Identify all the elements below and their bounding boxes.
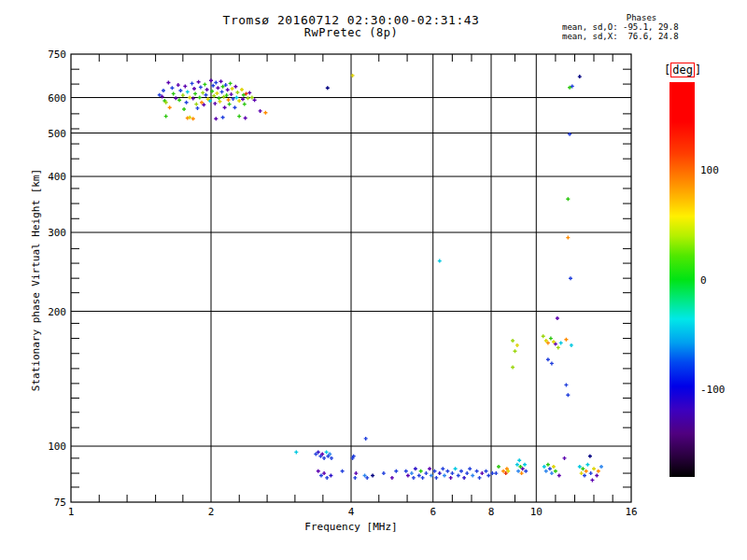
data-points-o <box>168 98 600 475</box>
y-tick-label: 500 <box>48 128 66 140</box>
data-points-y <box>188 74 596 475</box>
x-tick-label: 16 <box>625 506 637 518</box>
x-tick-label: 2 <box>208 506 215 518</box>
x-axis-title: Frequency [MHz] <box>71 521 631 533</box>
x-tick-label: 1 <box>68 506 75 518</box>
colorbar-tick: -100 <box>700 384 726 396</box>
y-tick-label: 100 <box>48 441 66 453</box>
colorbar <box>669 82 695 477</box>
data-points-d <box>326 75 592 477</box>
data-points-b <box>158 81 593 480</box>
x-tick-label: 6 <box>430 506 436 518</box>
x-tick-label: 4 <box>348 506 355 518</box>
y-tick-label: 750 <box>48 49 66 61</box>
y-tick-label: 600 <box>48 92 66 105</box>
colorbar-tick: 100 <box>700 164 719 176</box>
y-tick-label: 200 <box>48 306 66 318</box>
ionogram-page: Tromsø 20160712 02:30:00-02:31:43 RwPret… <box>0 0 747 560</box>
data-points-g <box>162 81 585 472</box>
x-tick-label: 8 <box>488 506 495 518</box>
y-tick-label: 75 <box>54 497 66 509</box>
y-tick-label: 300 <box>48 227 66 239</box>
colorbar-unit-text: deg <box>670 63 695 77</box>
data-points-yg <box>164 91 560 370</box>
colorbar-tick: 0 <box>700 273 707 286</box>
data-points-p <box>161 78 599 482</box>
x-tick-label: 10 <box>530 506 543 518</box>
colorbar-unit-label: [deg] <box>664 63 701 77</box>
data-points-r <box>245 91 508 475</box>
plot-area: 12468101675060050040030020010075 <box>0 0 747 560</box>
data-points-c <box>186 90 590 470</box>
y-tick-label: 400 <box>48 171 66 183</box>
